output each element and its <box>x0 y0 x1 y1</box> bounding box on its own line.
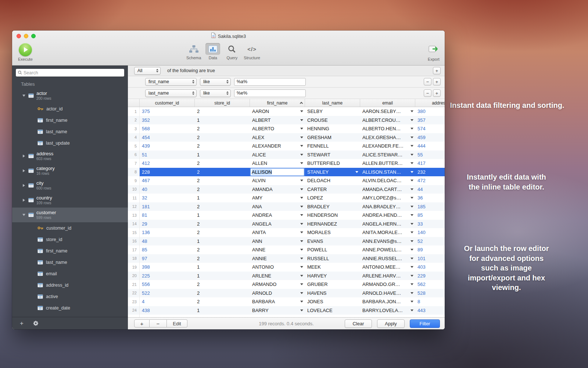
cell-customer-id[interactable]: 438 <box>140 306 195 315</box>
cell-expand-icon[interactable] <box>355 171 358 173</box>
cell-last-name[interactable]: HERNANDEZ <box>305 220 360 229</box>
cell-store-id[interactable]: 1 <box>195 315 250 317</box>
cell-email[interactable]: ARNOLD.HAVE… <box>360 289 415 298</box>
cell-expand-icon[interactable] <box>410 283 413 285</box>
cell-customer-id[interactable]: 97 <box>140 254 195 263</box>
toolbar-query-button[interactable]: Query <box>222 43 241 60</box>
table-row[interactable]: 13752AARONSELBYAARON.SELBY…380 <box>128 107 445 116</box>
cell-expand-icon[interactable] <box>410 214 413 216</box>
cell-email[interactable]: ALLEN.BUTTER… <box>360 159 415 168</box>
cell-customer-id[interactable]: 29 <box>140 220 195 229</box>
cell-customer-id[interactable]: 398 <box>140 263 195 272</box>
cell-expand-icon[interactable] <box>410 128 413 130</box>
cell-customer-id[interactable]: 81 <box>140 211 195 220</box>
sidebar-table-customer[interactable]: customer599 rows <box>12 208 128 222</box>
cell-customer-id[interactable]: 439 <box>140 142 195 151</box>
table-row[interactable]: 17852ANNEPOWELLANNE.POWELL…89 <box>128 245 445 254</box>
cell-expand-icon[interactable] <box>300 292 303 294</box>
toolbar-schema-button[interactable]: Schema <box>184 43 203 60</box>
cell-last-name[interactable]: POWELL <box>305 245 360 254</box>
cell-first-name[interactable]: ANNE <box>250 245 305 254</box>
cell-first-name[interactable]: ANN <box>250 237 305 246</box>
cell-address-id[interactable]: 357 <box>415 116 445 125</box>
table-row[interactable]: 2342BARBARAJONESBARBARA.JON…8 <box>128 297 445 306</box>
cell-email[interactable]: ANNIE.RUSSEL… <box>360 254 415 263</box>
cell-email[interactable]: ARMANDO.GR… <box>360 280 415 289</box>
filter-operator-select[interactable]: like <box>200 78 231 86</box>
cell-address-id[interactable]: 185 <box>415 202 445 211</box>
cell-store-id[interactable]: 2 <box>195 159 250 168</box>
cell-first-name[interactable]: ALICE <box>250 151 305 159</box>
cell-last-name[interactable]: MORALES <box>305 228 360 237</box>
cell-expand-icon[interactable] <box>300 154 303 156</box>
cell-expand-icon[interactable] <box>410 119 413 121</box>
cell-store-id[interactable]: 1 <box>195 272 250 280</box>
filter-field-select[interactable]: first_name <box>145 78 197 86</box>
cell-expand-icon[interactable] <box>300 223 303 225</box>
cell-last-name[interactable]: FENNELL <box>305 142 360 151</box>
cell-store-id[interactable]: 2 <box>195 245 250 254</box>
cell-customer-id[interactable]: 522 <box>140 289 195 298</box>
cell-expand-icon[interactable] <box>410 266 413 268</box>
cell-customer-id[interactable]: 40 <box>140 185 195 194</box>
cell-customer-id[interactable]: 48 <box>140 237 195 246</box>
cell-expand-icon[interactable] <box>410 154 413 156</box>
cell-first-name[interactable]: BARBARA <box>250 297 305 306</box>
cell-store-id[interactable]: 1 <box>195 151 250 159</box>
cell-expand-icon[interactable] <box>300 110 303 112</box>
cell-expand-icon[interactable] <box>410 275 413 277</box>
table-row[interactable]: 74122ALLENBUTTERFIELDALLEN.BUTTER…417 <box>128 159 445 168</box>
cell-expand-icon[interactable] <box>300 162 303 164</box>
cell-expand-icon[interactable] <box>410 188 413 190</box>
cell-address-id[interactable]: 562 <box>415 280 445 289</box>
cell-customer-id[interactable]: 4 <box>140 297 195 306</box>
cell-store-id[interactable]: 1 <box>195 211 250 220</box>
cell-email[interactable]: ALEXANDER.FE… <box>360 142 415 151</box>
table-row[interactable]: 16481ANNEVANSANN.EVANS@s…52 <box>128 237 445 246</box>
cell-first-name[interactable]: AARON <box>250 107 305 116</box>
cell-address-id[interactable]: 528 <box>415 289 445 298</box>
cell-last-name[interactable]: STANLEY <box>305 168 360 177</box>
table-row[interactable]: 244381BARRYLOVELACEBARRY.LOVELA…443 <box>128 306 445 315</box>
cell-expand-icon[interactable] <box>300 231 303 233</box>
cell-store-id[interactable]: 2 <box>195 202 250 211</box>
cell-first-name[interactable]: ARLENE <box>250 272 305 280</box>
toolbar-data-button[interactable]: Data <box>203 43 222 60</box>
cell-last-name[interactable]: JONES <box>305 297 360 306</box>
disclosure-right-icon[interactable] <box>22 169 26 172</box>
cell-email[interactable]: ANGELA.HERN… <box>360 220 415 229</box>
cell-last-name[interactable]: CROUSE <box>305 116 360 125</box>
cell-customer-id[interactable]: 264 <box>140 315 195 317</box>
table-row[interactable]: 6511ALICESTEWARTALICE.STEWAR…55 <box>128 151 445 159</box>
cell-address-id[interactable]: 55 <box>415 151 445 159</box>
cell-expand-icon[interactable] <box>410 197 413 199</box>
cell-first-name[interactable]: AMY <box>250 194 305 202</box>
sidebar-column-actor_id[interactable]: actor_id <box>12 103 128 114</box>
sidebar-column-first_name[interactable]: first_name <box>12 245 128 256</box>
cell-customer-id[interactable]: 412 <box>140 159 195 168</box>
cell-last-name[interactable]: SELBY <box>305 107 360 116</box>
cell-address-id[interactable]: 140 <box>415 228 445 237</box>
cell-expand-icon[interactable] <box>300 249 303 251</box>
sidebar-column-address_id[interactable]: address_id <box>12 279 128 291</box>
cell-store-id[interactable]: 2 <box>195 168 250 177</box>
cell-store-id[interactable]: 1 <box>195 194 250 202</box>
toolbar-structure-button[interactable]: </>Structure <box>241 43 262 60</box>
cell-address-id[interactable]: 8 <box>415 297 445 306</box>
cell-customer-id[interactable]: 225 <box>140 272 195 280</box>
titlebar[interactable]: Sakila.sqlite3 <box>12 31 445 42</box>
cell-expand-icon[interactable] <box>300 188 303 190</box>
cell-customer-id[interactable]: 181 <box>140 202 195 211</box>
cell-expand-icon[interactable] <box>300 145 303 147</box>
cell-email[interactable]: ANITA.MORALE… <box>360 228 415 237</box>
cell-expand-icon[interactable] <box>410 301 413 302</box>
cell-address-id[interactable]: 85 <box>415 211 445 220</box>
cell-first-name[interactable]: AMANDA <box>250 185 305 194</box>
minimize-button[interactable] <box>24 34 28 38</box>
cell-expand-icon[interactable] <box>410 180 413 181</box>
cell-email[interactable]: ALVIN.DELOAC… <box>360 176 415 185</box>
cell-email[interactable]: AARON.SELBY… <box>360 107 415 116</box>
cell-store-id[interactable]: 2 <box>195 124 250 133</box>
cell-expand-icon[interactable] <box>410 292 413 294</box>
cell-email[interactable]: BARBARA.JON… <box>360 297 415 306</box>
